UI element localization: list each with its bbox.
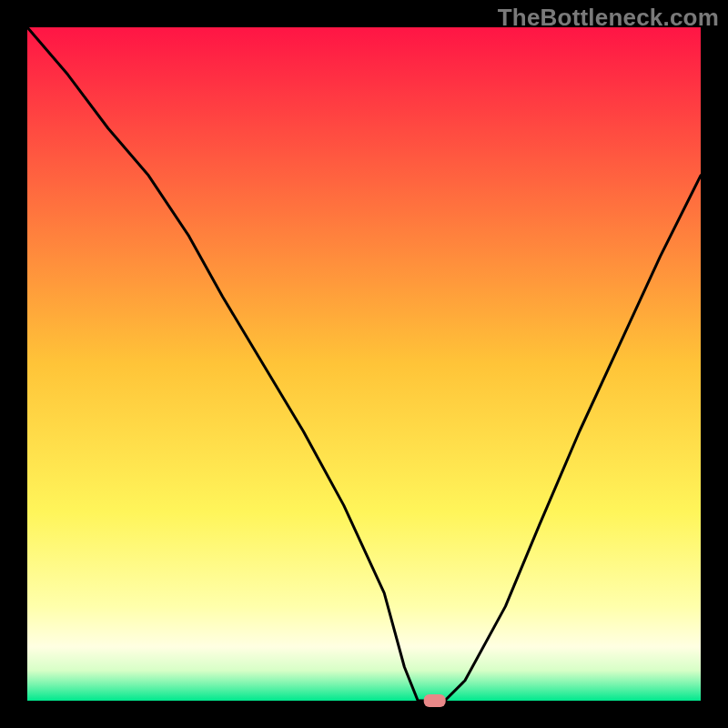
min-marker — [424, 694, 446, 707]
chart-plot-area — [27, 27, 701, 701]
watermark-text: TheBottleneck.com — [498, 4, 719, 32]
chart-svg — [0, 0, 728, 728]
bottleneck-chart: TheBottleneck.com — [0, 0, 728, 728]
